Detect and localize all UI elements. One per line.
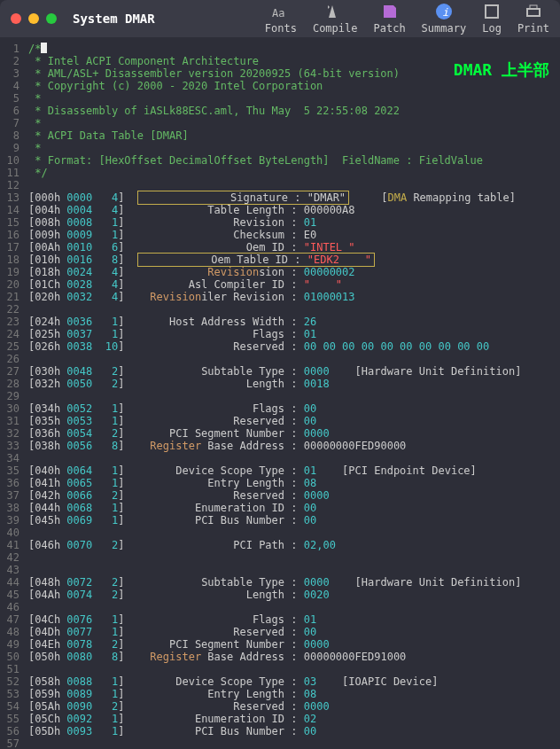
table-row: [041h 0065 1] Entry Length : 08 <box>28 477 556 489</box>
table-row: [026h 0038 10] Reserved : 00 00 00 00 00… <box>28 340 556 353</box>
comment-line: * Disassembly of iASLk88ESC.aml, Thu May… <box>28 105 556 117</box>
comment-line: * <box>28 117 556 129</box>
table-row: [038h 0056 8] Register Base Address : 00… <box>28 440 556 452</box>
svg-text:Aa: Aa <box>272 7 284 20</box>
maximize-icon[interactable] <box>46 13 57 24</box>
table-row: [009h 0009 1] Checksum : E0 <box>28 229 556 241</box>
comment-line: * <box>28 92 556 105</box>
table-row: [034h 0052 1] Flags : 00 <box>28 402 556 415</box>
table-row: [025h 0037 1] Flags : 01 <box>28 328 556 340</box>
summary-button[interactable]: iSummary <box>422 3 467 35</box>
table-row: [035h 0053 1] Reserved : 00 <box>28 415 556 427</box>
comment-line: * ACPI Data Table [DMAR] <box>28 129 556 142</box>
table-row: [04Eh 0078 2] PCI Segment Number : 0000 <box>28 638 556 651</box>
table-row: [045h 0069 1] PCI Bus Number : 00 <box>28 514 556 527</box>
table-row: [036h 0054 2] PCI Segment Number : 0000 <box>28 427 556 440</box>
table-row: [01Ch 0028 4] Asl Compiler ID : " " <box>28 278 556 291</box>
editor[interactable]: 1234567891011121314151617181920212223242… <box>0 37 560 749</box>
table-row: [00Ah 0010 6] Oem ID : "INTEL " <box>28 241 556 254</box>
comment-line: * Format: [HexOffset DecimalOffset ByteL… <box>28 154 556 167</box>
close-icon[interactable] <box>11 13 21 24</box>
table-row: [004h 0004 4] Table Length : 000000A8 <box>28 204 556 216</box>
svg-text:i: i <box>442 6 448 19</box>
table-row: [018h 0024 4] Revisionsion : 00000002 <box>28 266 556 278</box>
table-row: [048h 0072 2] Subtable Type : 0000 [Hard… <box>28 576 556 589</box>
table-row: [020h 0032 4] Revisioniler Revision : 01… <box>28 291 556 303</box>
window-title: System DMAR <box>73 12 256 26</box>
table-row: [008h 0008 1] Revision : 01 <box>28 216 556 229</box>
table-row: [05Ah 0090 2] Reserved : 0000 <box>28 700 556 713</box>
print-button[interactable]: Print <box>517 3 549 35</box>
compile-button[interactable]: Compile <box>313 3 358 35</box>
patch-button[interactable]: Patch <box>373 3 405 35</box>
table-row: [050h 0080 8] Register Base Address : 00… <box>28 651 556 663</box>
code-area[interactable]: DMAR 上半部 /* * Intel ACPI Component Archi… <box>25 37 560 749</box>
table-row: [044h 0068 1] Enumeration ID : 00 <box>28 502 556 514</box>
table-row: [032h 0050 2] Length : 0018 <box>28 378 556 390</box>
section-badge: DMAR 上半部 <box>454 64 549 76</box>
table-row: [058h 0088 1] Device Scope Type : 03 [IO… <box>28 675 556 688</box>
table-row: [04Ah 0074 2] Length : 0020 <box>28 589 556 601</box>
comment-line: * <box>28 142 556 154</box>
table-row: [05Dh 0093 1] PCI Bus Number : 00 <box>28 725 556 737</box>
table-row: [000h 0000 4] Signature : "DMAR" [DMA Re… <box>28 191 556 204</box>
comment-line: * Copyright (c) 2000 - 2020 Intel Corpor… <box>28 80 556 92</box>
table-row: [040h 0064 1] Device Scope Type : 01 [PC… <box>28 464 556 477</box>
table-row: [024h 0036 1] Host Address Width : 26 <box>28 316 556 328</box>
table-row: [046h 0070 2] PCI Path : 02,00 <box>28 539 556 551</box>
fonts-button[interactable]: AaFonts <box>265 3 297 35</box>
svg-rect-3 <box>486 5 498 18</box>
table-row: [042h 0066 2] Reserved : 0000 <box>28 489 556 502</box>
table-row: [030h 0048 2] Subtable Type : 0000 [Hard… <box>28 365 556 378</box>
table-row: [059h 0089 1] Entry Length : 08 <box>28 688 556 700</box>
comment-line: */ <box>28 167 556 179</box>
line-gutter: 1234567891011121314151617181920212223242… <box>0 37 25 749</box>
table-row: [04Dh 0077 1] Reserved : 00 <box>28 626 556 638</box>
titlebar: System DMAR AaFonts Compile Patch iSumma… <box>0 0 560 37</box>
table-row: [010h 0016 8] Oem Table ID : "EDK2 " <box>28 254 556 266</box>
log-button[interactable]: Log <box>482 3 502 35</box>
minimize-icon[interactable] <box>28 13 39 24</box>
table-row: [05Ch 0092 1] Enumeration ID : 02 <box>28 713 556 725</box>
comment-line: /* <box>28 43 556 55</box>
svg-rect-4 <box>527 9 540 16</box>
table-row: [04Ch 0076 1] Flags : 01 <box>28 613 556 626</box>
traffic-lights <box>11 13 57 24</box>
